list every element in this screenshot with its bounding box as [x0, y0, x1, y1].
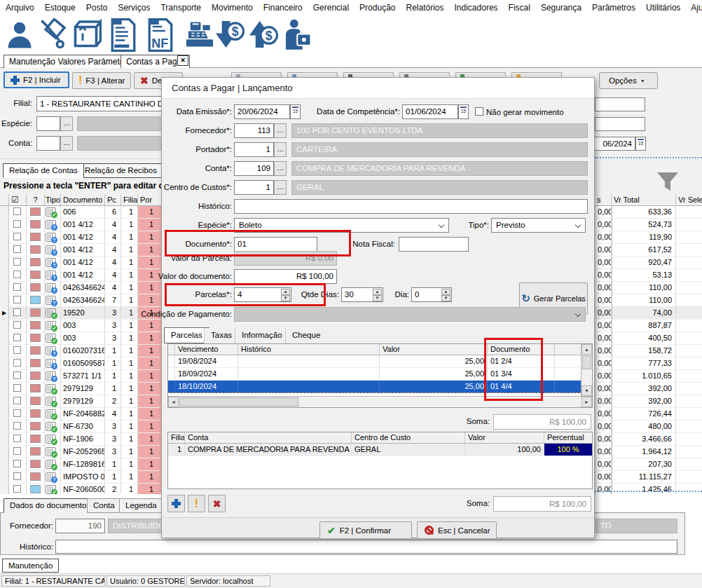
nao-gerar-checkbox[interactable] [475, 107, 483, 116]
portador-code-input[interactable]: 1 [234, 142, 274, 157]
col-status[interactable]: ? [27, 194, 45, 205]
tab-legenda[interactable]: Legenda [119, 498, 163, 513]
centro-custos-code-input[interactable]: 1 [234, 180, 274, 195]
money-out-icon[interactable]: $ [214, 18, 245, 50]
fornecedor-lookup-button[interactable]: … [274, 123, 287, 138]
col-documento[interactable]: Documento [488, 344, 555, 355]
menu-item-gerencial[interactable]: Gerencial [313, 3, 349, 13]
add-rateio-button[interactable] [167, 495, 185, 512]
tab-dados-documento[interactable]: Dados do documento [4, 498, 92, 513]
menu-item-utilitários[interactable]: Utilitários [646, 3, 680, 13]
nf-document-icon[interactable]: NF [147, 18, 174, 52]
row-checkbox-cell[interactable] [9, 294, 27, 307]
menu-item-produção[interactable]: Produção [359, 3, 395, 13]
col-filial[interactable]: Filial [121, 194, 138, 205]
checkbox[interactable] [13, 397, 21, 404]
edit-rateio-button[interactable]: ! [188, 495, 205, 512]
close-tab-icon[interactable]: ✕ [177, 55, 188, 66]
portador-lookup-button[interactable]: … [274, 142, 287, 157]
checkbox-header-icon[interactable]: ☑ [11, 195, 19, 205]
checkbox[interactable] [13, 321, 21, 329]
horizontal-scrollbar[interactable]: ◄ ► [168, 396, 592, 407]
conta-code-input[interactable] [36, 136, 60, 151]
checkbox[interactable] [13, 371, 21, 379]
checkbox[interactable] [13, 220, 21, 228]
conta-code-input[interactable]: 109 [234, 161, 274, 176]
tab-manutencao-valores[interactable]: Manutenção Valores Parâmetros [4, 55, 137, 68]
historico-input[interactable] [234, 199, 588, 214]
row-checkbox-cell[interactable] [9, 219, 27, 231]
table-row[interactable]: 19/08/202425,0001 2/4 [168, 355, 581, 368]
row-checkbox-cell[interactable] [9, 307, 27, 320]
scroll-left-icon[interactable]: ◄ [168, 397, 179, 407]
checkbox[interactable] [13, 271, 21, 278]
row-checkbox-cell[interactable] [9, 357, 27, 370]
checkbox[interactable] [13, 258, 21, 266]
historico-input[interactable] [55, 540, 677, 554]
checkbox[interactable] [13, 472, 21, 480]
row-checkbox-cell[interactable] [9, 320, 27, 332]
filter-funnel-icon[interactable] [656, 172, 680, 193]
checkbox[interactable] [13, 384, 21, 392]
menu-item-ajuda[interactable]: Ajuda [691, 3, 702, 13]
especie-code-input[interactable] [36, 116, 60, 131]
cash-register-icon[interactable] [184, 18, 215, 50]
dia-stepper[interactable]: 0▲▼ [411, 287, 452, 302]
user-lock-icon[interactable] [284, 18, 312, 52]
tab-manutencao[interactable]: Manutenção [2, 559, 59, 573]
col-conta[interactable]: Conta [185, 432, 352, 444]
package-icon[interactable] [72, 18, 102, 50]
row-checkbox-cell[interactable] [9, 383, 27, 395]
calendar-icon[interactable]: 15 [458, 104, 469, 119]
opcoes-button[interactable]: Opções▼ [599, 72, 658, 89]
checkbox[interactable] [13, 207, 21, 215]
tab-taxas[interactable]: Taxas [204, 328, 238, 343]
cancelar-button[interactable]: Esc | Cancelar [417, 521, 497, 539]
alterar-button[interactable]: !F3 | Alterar [72, 72, 131, 89]
checkbox[interactable] [13, 296, 21, 303]
col-vr-total[interactable]: Vr Total [612, 194, 676, 205]
checkbox[interactable] [13, 346, 21, 354]
col-partial[interactable]: s [595, 194, 612, 205]
row-checkbox-cell[interactable] [9, 408, 27, 421]
checkbox[interactable] [13, 460, 21, 467]
tab-conta[interactable]: Conta [87, 498, 121, 513]
menu-item-financeiro[interactable]: Financeiro [263, 3, 303, 13]
checkbox[interactable] [13, 308, 21, 316]
documento-input[interactable]: 01 [234, 237, 317, 252]
menu-item-relatórios[interactable]: Relatórios [406, 3, 443, 13]
row-checkbox-cell[interactable] [9, 231, 27, 244]
tab-parcelas[interactable]: Parcelas [164, 327, 209, 343]
col-vencimento[interactable]: Vencimento [175, 344, 238, 355]
tab-informacao[interactable]: Informação [235, 328, 289, 343]
row-checkbox-cell[interactable] [9, 370, 27, 383]
especie-lookup-button[interactable]: … [60, 116, 73, 131]
data-emissao-input[interactable]: 20/06/2024 [234, 104, 290, 119]
checkbox[interactable] [13, 422, 21, 430]
col-historico[interactable]: Histórico [238, 344, 380, 355]
condicao-pagamento-select[interactable] [234, 307, 586, 322]
col-valor[interactable]: Valor [465, 432, 544, 444]
checkbox[interactable] [13, 359, 21, 367]
checkbox[interactable] [13, 245, 21, 253]
row-checkbox-cell[interactable] [9, 257, 27, 269]
money-in-icon[interactable]: $ [247, 18, 278, 50]
vertical-scrollbar[interactable]: ▲ ▼ [581, 344, 592, 396]
scroll-up-icon[interactable]: ▲ [581, 344, 592, 355]
tab-cheque[interactable]: Cheque [285, 328, 326, 343]
row-checkbox-cell[interactable] [9, 446, 27, 458]
scroll-down-icon[interactable]: ▼ [581, 385, 592, 396]
calendar-icon[interactable]: 15 [635, 137, 646, 151]
menu-item-serviços[interactable]: Serviços [118, 3, 150, 13]
col-percentual[interactable]: Percentual [544, 432, 592, 444]
menu-item-estoque[interactable]: Estoque [45, 3, 76, 13]
row-checkbox-cell[interactable] [9, 206, 27, 219]
checkbox[interactable] [13, 447, 21, 455]
menu-item-movimento[interactable]: Movimento [212, 3, 253, 13]
checkbox[interactable] [13, 283, 21, 291]
delete-rateio-button[interactable]: ✖ [208, 495, 226, 512]
table-row[interactable]: 1 COMPRA DE MERCADORIA PARA REVENDA GERA… [168, 444, 592, 456]
menu-item-parâmetros[interactable]: Parâmetros [592, 3, 635, 13]
data-competencia-input[interactable]: 01/06/2024 [402, 104, 458, 119]
table-row[interactable]: 18/09/202425,0001 3/4 [168, 368, 581, 381]
